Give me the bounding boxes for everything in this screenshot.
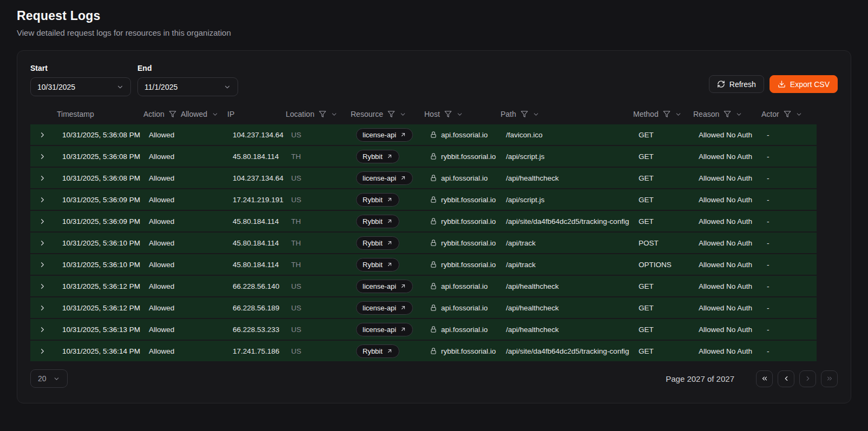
chevron-down-icon[interactable] [735, 111, 742, 118]
resource-badge[interactable]: license-api [356, 171, 413, 185]
chevron-down-icon[interactable] [532, 111, 540, 118]
row-expander-button[interactable] [30, 304, 55, 312]
resource-badge[interactable]: Rybbit [356, 150, 399, 163]
cell-host: rybbit.fossorial.io [422, 347, 498, 355]
resource-badge[interactable]: Rybbit [356, 258, 399, 271]
table-row: 10/31/2025, 5:36:13 PM Allowed 66.228.53… [30, 319, 817, 340]
chevron-down-icon[interactable] [399, 111, 406, 118]
start-date-field: Start 10/31/2025 [30, 64, 131, 96]
cell-path: /favicon.ico [498, 131, 631, 139]
external-link-arrow-icon [386, 153, 393, 160]
chevron-down-icon[interactable] [795, 111, 803, 118]
column-header-action[interactable]: Action Allowed [141, 110, 225, 118]
chevrons-right-icon [826, 375, 833, 382]
cell-ip: 45.80.184.114 [225, 217, 284, 226]
filter-icon[interactable] [784, 110, 791, 118]
column-header-actor[interactable]: Actor [759, 110, 817, 118]
column-header-reason[interactable]: Reason [691, 110, 759, 118]
column-header-timestamp[interactable]: Timestamp [55, 110, 141, 118]
cell-action: Allowed [141, 304, 225, 312]
filter-icon[interactable] [663, 110, 670, 118]
chevron-down-icon [223, 83, 231, 91]
page-title: Request Logs [17, 9, 851, 23]
host-name: api.fossorial.io [441, 282, 488, 290]
refresh-button[interactable]: Refresh [709, 75, 764, 93]
next-page-button[interactable] [799, 370, 816, 387]
chevron-down-icon[interactable] [675, 111, 682, 118]
filter-icon[interactable] [724, 110, 731, 118]
end-date-select[interactable]: 11/1/2025 [137, 77, 238, 96]
external-link-arrow-icon [386, 348, 393, 354]
table-footer: 20 Page 2027 of 2027 [30, 369, 838, 388]
filter-icon[interactable] [521, 110, 528, 118]
column-header-method[interactable]: Method [631, 110, 691, 118]
cell-actor: - [759, 261, 817, 269]
external-link-arrow-icon [400, 131, 406, 138]
row-expander-button[interactable] [30, 282, 55, 290]
cell-action: Allowed [141, 239, 225, 247]
resource-badge[interactable]: license-api [356, 301, 413, 315]
cell-location: US [284, 196, 348, 204]
lock-icon [430, 282, 437, 290]
cell-host: api.fossorial.io [422, 282, 498, 290]
page-size-select[interactable]: 20 [30, 369, 68, 388]
resource-badge[interactable]: license-api [356, 323, 413, 336]
resource-badge[interactable]: Rybbit [356, 193, 399, 207]
resource-badge[interactable]: license-api [356, 128, 413, 142]
cell-location: US [284, 304, 348, 312]
resource-badge[interactable]: Rybbit [356, 236, 399, 250]
logs-card: Start 10/31/2025 End 11/1/2025 [17, 50, 851, 403]
external-link-arrow-icon [386, 196, 393, 203]
cell-actor: - [759, 196, 817, 204]
chevron-down-icon[interactable] [212, 111, 219, 118]
last-page-button[interactable] [821, 370, 838, 387]
resource-badge[interactable]: Rybbit [356, 215, 399, 228]
resource-name: license-api [363, 282, 396, 290]
cell-resource: license-api [348, 301, 422, 315]
cell-ip: 45.80.184.114 [225, 239, 284, 247]
filter-icon[interactable] [319, 110, 326, 118]
filter-icon[interactable] [169, 110, 176, 118]
column-header-resource[interactable]: Resource [348, 110, 422, 118]
resource-badge[interactable]: Rybbit [356, 344, 399, 358]
external-link-arrow-icon [400, 283, 406, 289]
row-expander-button[interactable] [30, 152, 55, 161]
resource-badge[interactable]: license-api [356, 280, 413, 293]
export-csv-button[interactable]: Export CSV [770, 75, 838, 93]
column-header-path[interactable]: Path [498, 110, 631, 118]
cell-ip: 45.80.184.114 [225, 261, 284, 269]
row-expander-button[interactable] [30, 196, 55, 204]
chevron-down-icon[interactable] [456, 111, 463, 118]
start-date-select[interactable]: 10/31/2025 [30, 77, 131, 96]
first-page-button[interactable] [756, 370, 773, 387]
table-row: 10/31/2025, 5:36:14 PM Allowed 17.241.75… [30, 341, 817, 361]
external-link-arrow-icon [386, 218, 393, 224]
cell-resource: license-api [348, 171, 422, 185]
chevron-right-icon [38, 282, 47, 290]
chevron-down-icon[interactable] [331, 111, 338, 118]
chevron-right-icon [38, 239, 47, 247]
cell-path: /api/site/da4fb64dc2d5/tracking-config [498, 217, 631, 226]
filter-icon[interactable] [444, 110, 452, 118]
row-expander-button[interactable] [30, 131, 55, 139]
previous-page-button[interactable] [778, 370, 794, 387]
cell-reason: Allowed No Auth [691, 152, 759, 161]
filter-icon[interactable] [387, 110, 395, 118]
row-expander-button[interactable] [30, 347, 55, 355]
cell-resource: Rybbit [348, 344, 422, 358]
column-header-host[interactable]: Host [422, 110, 498, 118]
row-expander-button[interactable] [30, 217, 55, 226]
host-name: rybbit.fossorial.io [441, 347, 496, 355]
external-link-arrow-icon [400, 326, 406, 333]
row-expander-button[interactable] [30, 239, 55, 247]
row-expander-button[interactable] [30, 326, 55, 334]
cell-ip: 66.228.53.233 [225, 326, 284, 334]
column-header-location[interactable]: Location [284, 110, 348, 118]
cell-actor: - [759, 131, 817, 139]
cell-timestamp: 10/31/2025, 5:36:09 PM [55, 196, 141, 204]
column-header-ip[interactable]: IP [225, 110, 284, 118]
cell-method: GET [631, 152, 691, 161]
row-expander-button[interactable] [30, 174, 55, 182]
row-expander-button[interactable] [30, 261, 55, 269]
cell-timestamp: 10/31/2025, 5:36:08 PM [55, 131, 141, 139]
